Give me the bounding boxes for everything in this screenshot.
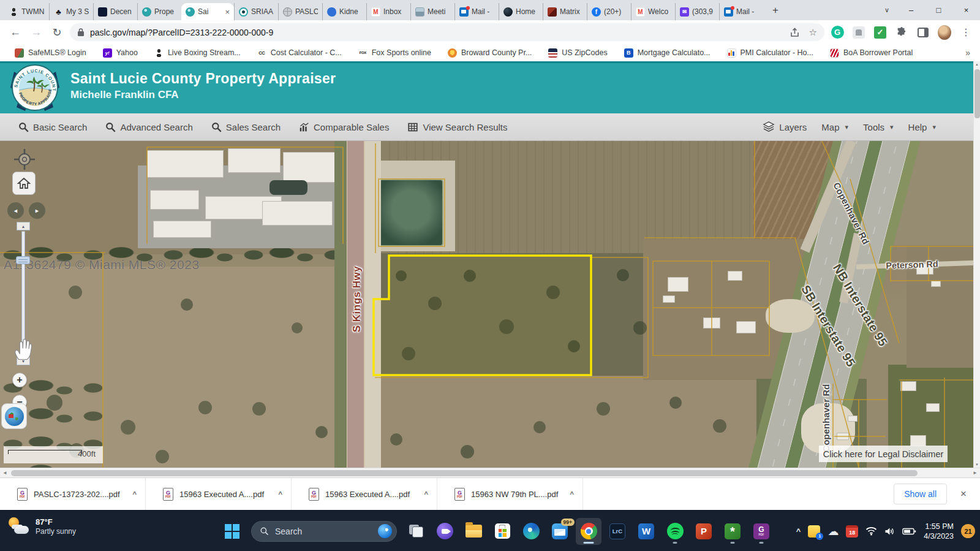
- close-button[interactable]: ×: [952, 0, 980, 20]
- new-tab-button[interactable]: +: [767, 2, 784, 19]
- browser-tab-twmn[interactable]: TWMN: [5, 3, 49, 20]
- browser-tab-mail[interactable]: Mail -: [454, 3, 499, 20]
- bookmark-mortgage-calculato[interactable]: BMortgage Calculato...: [624, 48, 710, 58]
- browser-tab-prope[interactable]: Prope: [137, 3, 181, 20]
- bookmark-us-zipcodes[interactable]: US ZipCodes: [548, 48, 607, 58]
- legal-disclaimer-link[interactable]: Click here for Legal Disclaimer: [819, 446, 948, 462]
- vertical-scrollbar[interactable]: ▲ ▼: [973, 61, 980, 468]
- taskbar-microsoft-store[interactable]: [489, 518, 515, 545]
- next-extent-button[interactable]: ►: [29, 202, 45, 219]
- tab-search-icon[interactable]: ∨: [876, 0, 897, 20]
- minimize-button[interactable]: –: [897, 0, 925, 20]
- bookmark-cost-calculator-c[interactable]: CCCost Calculator - C...: [257, 48, 342, 58]
- download-item[interactable]: GPDFPASLC-13723-202....pdf^: [0, 478, 146, 510]
- download-item[interactable]: GPDF15963 NW 79th PL....pdf^: [437, 478, 583, 510]
- reload-icon[interactable]: ↻: [47, 26, 67, 39]
- downloads-close-icon[interactable]: ×: [960, 488, 967, 500]
- bing-highlight-icon[interactable]: [378, 524, 392, 538]
- notification-count-badge[interactable]: 21: [961, 524, 975, 538]
- nav-tools[interactable]: Tools▾: [863, 122, 894, 132]
- extension-icon[interactable]: [853, 26, 865, 39]
- scroll-down-icon[interactable]: ▼: [974, 463, 980, 466]
- browser-tab-home[interactable]: Home: [499, 3, 543, 20]
- scroll-up-icon[interactable]: ▲: [974, 63, 980, 66]
- bookmark-live-boxing-stream[interactable]: Live Boxing Stream...: [154, 48, 241, 58]
- puzzle-extensions-icon[interactable]: [895, 26, 908, 39]
- taskbar-mail[interactable]: 99+: [547, 518, 573, 545]
- bookmark-star-icon[interactable]: ☆: [809, 27, 817, 38]
- nav-layers[interactable]: Layers: [763, 121, 807, 132]
- share-icon[interactable]: [790, 28, 801, 37]
- browser-tab-my-3-s[interactable]: ♣My 3 S: [49, 3, 93, 20]
- taskbar-powerpoint[interactable]: P: [691, 518, 717, 545]
- forward-icon[interactable]: →: [26, 26, 47, 39]
- nav-basic-search[interactable]: Basic Search: [18, 122, 87, 132]
- highlighted-parcel[interactable]: [374, 256, 591, 375]
- home-extent-button[interactable]: [12, 172, 36, 195]
- download-expand-icon[interactable]: ^: [424, 490, 428, 498]
- browser-tab-sriaa[interactable]: SRIAA: [234, 3, 278, 20]
- side-panel-icon[interactable]: [918, 28, 929, 37]
- nav-sales-search[interactable]: Sales Search: [211, 122, 281, 132]
- taskbar-task-view[interactable]: [403, 518, 429, 545]
- taskbar-chrome[interactable]: [576, 518, 601, 545]
- bookmark-yahoo[interactable]: y!Yahoo: [103, 48, 138, 58]
- basemap-globe-button[interactable]: [1, 403, 27, 429]
- weather-widget[interactable]: 87°F Partly sunny: [7, 517, 76, 536]
- taskbar-lightroom[interactable]: LrC: [605, 518, 630, 545]
- taskbar-meet-now[interactable]: [432, 518, 458, 545]
- scroll-right-icon[interactable]: ►: [973, 470, 978, 476]
- battery-icon[interactable]: [902, 527, 916, 536]
- calendar-tray-icon[interactable]: 18: [846, 525, 858, 538]
- taskbar-word[interactable]: W: [633, 518, 659, 545]
- clock[interactable]: 1:55 PM 4/3/2023: [924, 522, 954, 541]
- download-expand-icon[interactable]: ^: [279, 490, 282, 498]
- previous-extent-button[interactable]: ◄: [7, 202, 24, 219]
- nav-view-search-results[interactable]: View Search Results: [407, 122, 507, 132]
- bookmark-boa-borrower-portal[interactable]: BoA Borrower Portal: [830, 48, 913, 58]
- wifi-icon[interactable]: [865, 526, 877, 536]
- taskbar-green-app[interactable]: *: [720, 518, 745, 545]
- horizontal-scrollbar[interactable]: ◄ ►: [0, 468, 980, 477]
- maximize-button[interactable]: □: [925, 0, 952, 20]
- bookmark-safemls-login[interactable]: SafeMLS® Login: [15, 48, 86, 58]
- taskbar-file-explorer[interactable]: [461, 518, 486, 545]
- tray-overflow-icon[interactable]: ^: [796, 526, 801, 536]
- chrome-menu-icon[interactable]: ⋮: [959, 26, 973, 39]
- show-all-button[interactable]: Show all: [894, 484, 947, 504]
- tab-close-icon[interactable]: ×: [225, 7, 230, 17]
- onedrive-icon[interactable]: ☁: [827, 525, 839, 538]
- browser-tab-sai[interactable]: Sai×: [181, 3, 234, 20]
- browser-tab-matrix[interactable]: Matrix: [543, 3, 587, 20]
- scroll-left-icon[interactable]: ◄: [2, 470, 7, 476]
- nav-map[interactable]: Map▾: [821, 122, 848, 132]
- taskbar-spotify[interactable]: [662, 518, 688, 545]
- nav-advanced-search[interactable]: Advanced Search: [105, 122, 192, 132]
- volume-icon[interactable]: [884, 527, 895, 536]
- taskbar-g-pdf-app[interactable]: GPDF: [748, 518, 774, 545]
- browser-tab-meeti[interactable]: Meeti: [410, 3, 454, 20]
- browser-tab-paslc[interactable]: PASLC: [278, 3, 322, 20]
- taskbar-edge[interactable]: [518, 518, 544, 545]
- bookmark-broward-county-pr[interactable]: Broward County Pr...: [448, 48, 532, 58]
- bookmarks-overflow-icon[interactable]: »: [965, 48, 970, 58]
- browser-tab-decen[interactable]: Decen: [93, 3, 137, 20]
- nav-comparable-sales[interactable]: Comparable Sales: [299, 122, 389, 132]
- horizontal-scroll-thumb[interactable]: [11, 470, 918, 476]
- antivirus-tray-icon[interactable]: 1: [808, 525, 820, 538]
- start-button[interactable]: [219, 518, 245, 545]
- download-item[interactable]: GPDF15963 Executed A....pdf^: [146, 478, 292, 510]
- zoom-in-button[interactable]: +: [12, 373, 27, 387]
- zoom-slider-handle[interactable]: [16, 256, 30, 264]
- map-viewport[interactable]: S Kings Hwy Copenhaver Rd NB Interstate …: [0, 141, 980, 468]
- bookmark-pmi-calculator-ho[interactable]: PMI Calculator - Ho...: [727, 48, 813, 58]
- browser-tab-mail[interactable]: Mail -: [719, 3, 763, 20]
- taskbar-search[interactable]: Search: [251, 521, 397, 542]
- url-field[interactable]: paslc.gov/map/?ParcelID=2313-222-0000-00…: [70, 23, 824, 41]
- slider-up-icon[interactable]: ▲: [17, 222, 30, 230]
- download-item[interactable]: GPDF15963 Executed A....pdf^: [292, 478, 437, 510]
- bookmark-fox-sports-online[interactable]: FOXFox Sports online: [358, 48, 431, 58]
- download-expand-icon[interactable]: ^: [133, 490, 137, 498]
- grammarly-icon[interactable]: G: [831, 26, 844, 39]
- download-expand-icon[interactable]: ^: [570, 490, 574, 498]
